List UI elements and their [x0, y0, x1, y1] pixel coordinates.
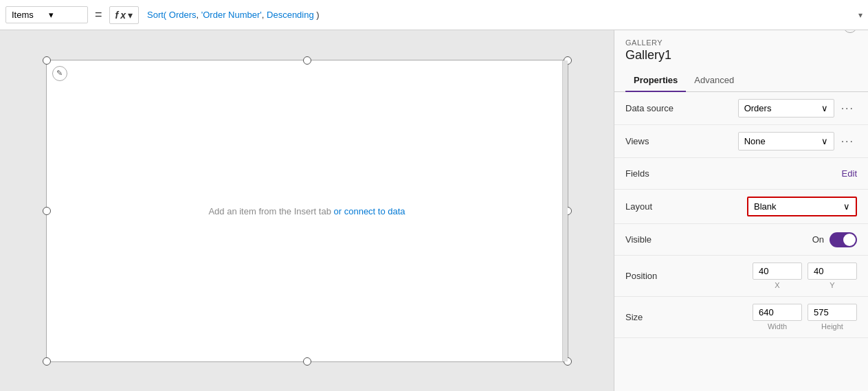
fields-control: Edit: [694, 168, 857, 179]
main-area: ✎ Add an item from the Insert tab or con…: [0, 30, 868, 391]
data-source-chevron: ∨: [821, 103, 828, 113]
right-panel: GALLERY Gallery1 ? Properties Advanced D…: [614, 30, 868, 391]
position-inputs: X Y: [694, 262, 857, 289]
views-dropdown[interactable]: None ∨: [738, 132, 834, 150]
size-label: Size: [625, 312, 694, 322]
help-button[interactable]: ?: [843, 30, 857, 33]
handle-bottom-center[interactable]: [303, 357, 311, 366]
data-source-dropdown[interactable]: Orders ∨: [738, 99, 834, 118]
position-control: X Y: [694, 262, 857, 289]
visible-toggle-container: On: [812, 232, 857, 247]
tab-properties[interactable]: Properties: [625, 69, 686, 92]
gallery-hint: Add an item from the Insert tab or conne…: [208, 205, 405, 216]
layout-dropdown[interactable]: Blank ∨: [747, 197, 857, 216]
size-control: Width Height: [694, 304, 857, 331]
layout-row: Layout Blank ∨: [614, 190, 868, 224]
visible-control: On: [694, 232, 857, 247]
views-row: Views None ∨ ···: [614, 125, 868, 158]
fields-label: Fields: [625, 168, 694, 179]
visible-label: Visible: [625, 234, 694, 245]
views-label: Views: [625, 136, 694, 146]
position-x-group: X: [753, 262, 802, 289]
property-selector[interactable]: Items ▾: [5, 6, 88, 23]
size-height-label: Height: [821, 322, 843, 331]
toggle-thumb: [843, 234, 856, 246]
gallery-hint-link[interactable]: or connect to data: [334, 205, 405, 216]
layout-control: Blank ∨: [694, 197, 857, 216]
panel-tabs: Properties Advanced: [614, 69, 868, 92]
size-height-input[interactable]: [808, 304, 857, 321]
fx-label: f: [115, 10, 119, 21]
layout-label: Layout: [625, 201, 694, 212]
position-y-input[interactable]: [808, 262, 857, 280]
data-source-label: Data source: [625, 103, 694, 113]
size-width-input[interactable]: [753, 304, 802, 321]
size-width-label: Width: [768, 322, 787, 331]
formula-comma-1: ,: [197, 10, 201, 20]
position-x-input[interactable]: [753, 262, 802, 280]
panel-header: GALLERY Gallery1 ?: [614, 30, 868, 69]
layout-chevron: ∨: [843, 201, 850, 212]
equals-sign: =: [91, 8, 107, 22]
panel-content: Data source Orders ∨ ··· Views None ∨: [614, 92, 868, 391]
data-source-row: Data source Orders ∨ ···: [614, 92, 868, 125]
panel-title: Gallery1: [625, 48, 671, 63]
data-source-control: Orders ∨ ···: [694, 99, 857, 118]
visible-toggle[interactable]: [830, 232, 857, 247]
formula-arg-ordernum: 'Order Number': [201, 10, 262, 20]
position-label: Position: [625, 271, 694, 281]
fx-dropdown-chevron: ▾: [128, 10, 133, 21]
formula-bar-expand[interactable]: ▾: [858, 10, 863, 20]
layout-value: Blank: [754, 201, 777, 212]
formula-bar: Items ▾ = f x ▾ Sort( Orders, 'Order Num…: [0, 0, 868, 30]
formula-close: ): [314, 10, 320, 20]
size-height-group: Height: [808, 304, 857, 331]
formula-arg-desc: Descending: [267, 10, 314, 20]
size-width-group: Width: [753, 304, 802, 331]
gallery-component[interactable]: ✎ Add an item from the Insert tab or con…: [46, 60, 568, 362]
panel-subtitle: GALLERY: [625, 38, 671, 47]
position-y-group: Y: [808, 262, 857, 289]
formula-comma-2: ,: [262, 10, 267, 20]
size-row: Size Width Height: [614, 297, 868, 338]
size-inputs: Width Height: [694, 304, 857, 331]
views-control: None ∨ ···: [694, 132, 857, 150]
property-selector-chevron: ▾: [49, 10, 82, 20]
position-row: Position X Y: [614, 256, 868, 297]
scroll-handle[interactable]: [562, 60, 568, 361]
gallery-hint-text: Add an item from the Insert tab: [208, 205, 331, 216]
edit-pencil: ✎: [56, 69, 63, 78]
gallery-edit-icon[interactable]: ✎: [52, 66, 67, 81]
views-chevron: ∨: [821, 136, 828, 146]
formula-arg-orders: Orders: [169, 10, 197, 20]
views-value: None: [744, 136, 766, 146]
data-source-value: Orders: [744, 103, 772, 113]
toggle-track: [830, 232, 857, 247]
handle-top-center[interactable]: [303, 56, 311, 65]
data-source-more[interactable]: ···: [838, 101, 857, 116]
formula-keyword-sort: Sort(: [147, 10, 169, 20]
fx-chevron: x: [120, 10, 126, 21]
handle-top-left[interactable]: [43, 56, 51, 65]
fields-row: Fields Edit: [614, 158, 868, 190]
position-y-label: Y: [830, 281, 834, 289]
handle-mid-left[interactable]: [43, 207, 51, 215]
tab-advanced[interactable]: Advanced: [686, 69, 742, 92]
formula-display: Sort( Orders, 'Order Number', Descending…: [142, 7, 856, 23]
handle-bottom-left[interactable]: [43, 357, 51, 366]
fx-button[interactable]: f x ▾: [109, 6, 139, 24]
canvas-area: ✎ Add an item from the Insert tab or con…: [0, 30, 614, 391]
property-selector-label: Items: [12, 10, 45, 20]
fields-edit-link[interactable]: Edit: [842, 168, 857, 179]
views-more[interactable]: ···: [838, 134, 857, 149]
visible-toggle-label: On: [812, 234, 824, 245]
visible-row: Visible On: [614, 224, 868, 256]
position-x-label: X: [775, 281, 779, 289]
